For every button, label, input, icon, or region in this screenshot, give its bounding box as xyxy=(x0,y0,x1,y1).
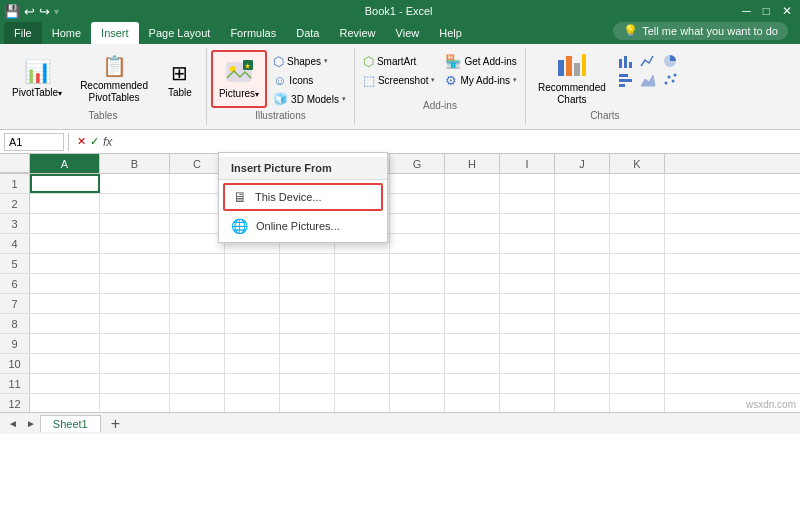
cell-B10[interactable] xyxy=(100,354,170,373)
cell-B12[interactable] xyxy=(100,394,170,413)
cell-K3[interactable] xyxy=(610,214,665,233)
cell-C7[interactable] xyxy=(170,294,225,313)
my-addins-button[interactable]: ⚙ My Add-ins ▾ xyxy=(441,71,520,89)
cell-I4[interactable] xyxy=(500,234,555,253)
cell-B8[interactable] xyxy=(100,314,170,333)
cell-H8[interactable] xyxy=(445,314,500,333)
cell-G2[interactable] xyxy=(390,194,445,213)
function-icon[interactable]: fx xyxy=(103,135,112,149)
pivot-table-button[interactable]: 📊 PivotTable▾ xyxy=(4,50,70,108)
cell-J4[interactable] xyxy=(555,234,610,253)
cell-G11[interactable] xyxy=(390,374,445,393)
row-header-6[interactable]: 6 xyxy=(0,274,30,293)
cell-I5[interactable] xyxy=(500,254,555,273)
cell-B11[interactable] xyxy=(100,374,170,393)
tab-insert[interactable]: Insert xyxy=(91,22,139,44)
row-header-9[interactable]: 9 xyxy=(0,334,30,353)
cell-C8[interactable] xyxy=(170,314,225,333)
cell-H1[interactable] xyxy=(445,174,500,193)
cell-A5[interactable] xyxy=(30,254,100,273)
cell-E12[interactable] xyxy=(280,394,335,413)
cell-H5[interactable] xyxy=(445,254,500,273)
cell-A9[interactable] xyxy=(30,334,100,353)
cell-J9[interactable] xyxy=(555,334,610,353)
cell-K5[interactable] xyxy=(610,254,665,273)
cell-F10[interactable] xyxy=(335,354,390,373)
cell-H4[interactable] xyxy=(445,234,500,253)
cell-C6[interactable] xyxy=(170,274,225,293)
scatter-chart-button[interactable] xyxy=(660,71,680,89)
tab-formulas[interactable]: Formulas xyxy=(220,22,286,44)
cell-A4[interactable] xyxy=(30,234,100,253)
cell-H7[interactable] xyxy=(445,294,500,313)
tab-page-layout[interactable]: Page Layout xyxy=(139,22,221,44)
cell-E10[interactable] xyxy=(280,354,335,373)
row-header-1[interactable]: 1 xyxy=(0,174,30,193)
cell-D5[interactable] xyxy=(225,254,280,273)
pictures-button[interactable]: Pictures▾ xyxy=(211,50,267,108)
cell-A1[interactable] xyxy=(30,174,100,193)
this-device-item[interactable]: 🖥 This Device... xyxy=(223,183,383,211)
cell-I3[interactable] xyxy=(500,214,555,233)
cell-reference[interactable]: A1 xyxy=(4,133,64,151)
cell-K2[interactable] xyxy=(610,194,665,213)
cell-B5[interactable] xyxy=(100,254,170,273)
cell-D9[interactable] xyxy=(225,334,280,353)
online-pictures-item[interactable]: 🌐 Online Pictures... xyxy=(219,214,387,238)
cell-I10[interactable] xyxy=(500,354,555,373)
cell-A2[interactable] xyxy=(30,194,100,213)
cell-C2[interactable] xyxy=(170,194,225,213)
cell-F11[interactable] xyxy=(335,374,390,393)
cell-A10[interactable] xyxy=(30,354,100,373)
icons-button[interactable]: ☺ Icons xyxy=(269,71,350,89)
cell-H9[interactable] xyxy=(445,334,500,353)
table-button[interactable]: ⊞ Table xyxy=(158,50,202,108)
cell-E7[interactable] xyxy=(280,294,335,313)
cell-F7[interactable] xyxy=(335,294,390,313)
cell-H12[interactable] xyxy=(445,394,500,413)
cell-K6[interactable] xyxy=(610,274,665,293)
cell-E5[interactable] xyxy=(280,254,335,273)
restore-btn[interactable]: □ xyxy=(759,4,774,18)
cell-A8[interactable] xyxy=(30,314,100,333)
cell-J11[interactable] xyxy=(555,374,610,393)
tab-help[interactable]: Help xyxy=(429,22,472,44)
cell-I11[interactable] xyxy=(500,374,555,393)
screenshot-button[interactable]: ⬚ Screenshot ▾ xyxy=(359,71,440,89)
tab-file[interactable]: File xyxy=(4,22,42,44)
undo-icon[interactable]: ↩ xyxy=(24,4,35,19)
close-btn[interactable]: ✕ xyxy=(778,4,796,18)
cell-I6[interactable] xyxy=(500,274,555,293)
row-header-2[interactable]: 2 xyxy=(0,194,30,213)
smartart-button[interactable]: ⬡ SmartArt xyxy=(359,52,440,70)
cell-K4[interactable] xyxy=(610,234,665,253)
cell-J5[interactable] xyxy=(555,254,610,273)
cell-F9[interactable] xyxy=(335,334,390,353)
cell-J10[interactable] xyxy=(555,354,610,373)
tell-me-section[interactable]: 💡 Tell me what you want to do xyxy=(613,22,796,44)
cell-E6[interactable] xyxy=(280,274,335,293)
sheet-nav-prev[interactable]: ◄ xyxy=(4,418,22,429)
cell-B2[interactable] xyxy=(100,194,170,213)
col-header-h[interactable]: H xyxy=(445,154,500,173)
cell-B6[interactable] xyxy=(100,274,170,293)
col-header-g[interactable]: G xyxy=(390,154,445,173)
cell-A7[interactable] xyxy=(30,294,100,313)
row-header-10[interactable]: 10 xyxy=(0,354,30,373)
cell-F8[interactable] xyxy=(335,314,390,333)
cell-J12[interactable] xyxy=(555,394,610,413)
cell-G10[interactable] xyxy=(390,354,445,373)
cell-A12[interactable] xyxy=(30,394,100,413)
cell-G6[interactable] xyxy=(390,274,445,293)
cell-K8[interactable] xyxy=(610,314,665,333)
tab-view[interactable]: View xyxy=(386,22,430,44)
area-chart-button[interactable] xyxy=(638,71,658,89)
get-addins-button[interactable]: 🏪 Get Add-ins xyxy=(441,52,520,70)
tab-home[interactable]: Home xyxy=(42,22,91,44)
cell-G8[interactable] xyxy=(390,314,445,333)
cell-H11[interactable] xyxy=(445,374,500,393)
cell-J8[interactable] xyxy=(555,314,610,333)
cell-G3[interactable] xyxy=(390,214,445,233)
row-header-12[interactable]: 12 xyxy=(0,394,30,413)
col-header-b[interactable]: B xyxy=(100,154,170,173)
